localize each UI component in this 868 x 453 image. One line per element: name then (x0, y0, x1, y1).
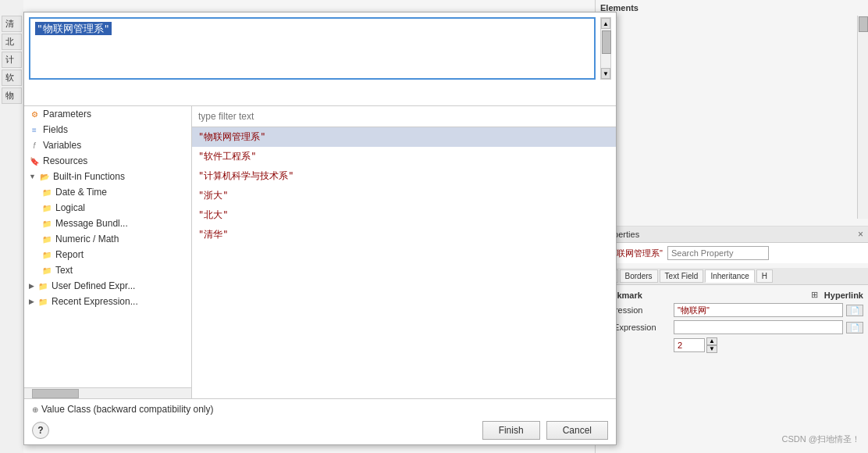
scrollbar-track (601, 29, 610, 68)
properties-content: Bookmark ⊞ Hyperlink Expression 📄 vel Ex… (596, 285, 868, 361)
expression-highlighted-text: "物联网管理系" (35, 22, 112, 35)
tab-borders[interactable]: Borders (620, 269, 658, 283)
cancel-button[interactable]: Cancel (546, 421, 608, 440)
list-item-1[interactable]: "软件工程系" (192, 147, 616, 166)
tab-text-field[interactable]: Text Field (660, 269, 704, 283)
tree-item-variables-label: Variables (43, 140, 81, 151)
value-class-expand-icon[interactable]: ⊕ (32, 405, 38, 414)
properties-tabs: ce Borders Text Field Inheritance H (596, 268, 868, 285)
vel-spinner-up[interactable]: ▲ (706, 337, 717, 345)
tree-item-text[interactable]: 📁 Text (37, 262, 191, 278)
left-label-4: 软 (2, 70, 22, 86)
folder-icon-report: 📁 (41, 249, 52, 260)
prop-vel-row: vel ▲ ▼ (600, 337, 863, 353)
value-class-label: Value Class (backward compatibility only… (41, 404, 214, 415)
elements-list: ber es ate e (600, 16, 863, 64)
tree-scroll-area: ⚙ Parameters ≡ Fields f Variables 🔖 Reso… (24, 106, 191, 387)
tree-item-report[interactable]: 📁 Report (37, 247, 191, 262)
tree-item-resources[interactable]: 🔖 Resources (24, 153, 191, 169)
element-item-1: ber (600, 16, 863, 27)
main-dialog: "物联网管理系" ▲ ▼ ⚙ Parameters ≡ Fields (23, 12, 617, 445)
scrollbar-arrow-down[interactable]: ▼ (601, 68, 610, 79)
properties-close-button[interactable]: × (858, 229, 863, 240)
tree-item-user-defined-expr[interactable]: ▶ 📁 User Defined Expr... (24, 278, 191, 294)
tree-horizontal-scrollbar[interactable] (24, 387, 191, 398)
vel-input[interactable] (674, 338, 705, 352)
expression-field-button[interactable]: 📄 (846, 305, 863, 316)
tree-item-text-label: Text (55, 265, 73, 276)
resources-icon: 🔖 (29, 155, 40, 166)
tab-h[interactable]: H (756, 269, 773, 283)
vars-icon: f (29, 140, 40, 151)
tree-item-built-in-functions[interactable]: ▼ 📂 Built-in Functions (24, 169, 191, 184)
left-label-3: 计 (2, 52, 22, 68)
expression-editor: "物联网管理系" ▲ ▼ (24, 12, 616, 106)
folder-icon-recent: 📁 (37, 296, 48, 307)
tree-item-numeric-math[interactable]: 📁 Numeric / Math (37, 231, 191, 247)
value-class-row: ⊕ Value Class (backward compatibility on… (32, 404, 608, 415)
folder-icon-numeric-math: 📁 (41, 234, 52, 244)
params-icon: ⚙ (29, 109, 40, 119)
elements-title: Elements (600, 3, 863, 12)
folder-icon-text: 📁 (41, 265, 52, 276)
list-item-4[interactable]: "北大" (192, 205, 616, 225)
tree-item-report-label: Report (55, 249, 84, 260)
level-expression-button[interactable]: 📄 (846, 322, 863, 334)
list-item-5[interactable]: "清华" (192, 225, 616, 244)
tree-item-logical[interactable]: 📁 Logical (37, 200, 191, 216)
expand-arrow-recent: ▶ (29, 298, 34, 305)
vel-spinner[interactable]: ▲ ▼ (706, 337, 717, 353)
tree-item-fields[interactable]: ≡ Fields (24, 122, 191, 137)
tree-item-parameters-label: Parameters (43, 109, 91, 119)
tree-item-message-bundle[interactable]: 📁 Message Bundl... (37, 216, 191, 231)
csdn-watermark: CSDN @扫地情圣！ (782, 433, 860, 445)
list-item-3[interactable]: "浙大" (192, 186, 616, 205)
search-property-input[interactable] (667, 246, 769, 260)
tree-item-logical-label: Logical (55, 202, 85, 213)
list-item-2[interactable]: "计算机科学与技术系" (192, 166, 616, 186)
folder-icon-user-defined: 📁 (37, 280, 48, 291)
list-panel: "物联网管理系" "软件工程系" "计算机科学与技术系" "浙大" "北大" "… (192, 106, 616, 398)
fields-icon: ≡ (29, 124, 40, 135)
expression-display[interactable]: "物联网管理系" (29, 17, 596, 80)
help-button[interactable]: ? (32, 422, 49, 439)
tree-item-parameters[interactable]: ⚙ Parameters (24, 106, 191, 122)
expand-arrow-user-defined: ▶ (29, 282, 34, 290)
filter-input-row (192, 106, 616, 127)
elements-scrollbar[interactable] (857, 16, 868, 219)
elements-scrollbar-thumb[interactable] (859, 16, 868, 32)
expand-arrow-built-in: ▼ (29, 173, 36, 180)
scrollbar-arrow-up[interactable]: ▲ (601, 18, 610, 29)
filter-input[interactable] (197, 109, 611, 123)
tree-scrollbar-thumb[interactable] (32, 389, 79, 398)
middle-area: ⚙ Parameters ≡ Fields f Variables 🔖 Reso… (24, 106, 616, 398)
tree-item-fields-label: Fields (43, 124, 68, 135)
vel-spinner-down[interactable]: ▼ (706, 345, 717, 353)
element-item-3: ate (600, 41, 863, 52)
left-label-1: 清 (2, 16, 22, 32)
element-item-2: es (600, 28, 863, 39)
ide-left-labels: 清 北 计 软 物 (0, 0, 23, 453)
tree-item-recent-label: Recent Expression... (52, 296, 138, 307)
prop-level-expression-row: vel Expression 📄 (600, 320, 863, 334)
bottom-area: ⊕ Value Class (backward compatibility on… (24, 398, 616, 444)
tree-item-recent-expression[interactable]: ▶ 📁 Recent Expression... (24, 294, 191, 309)
prop-expression-field-row: Expression 📄 (600, 303, 863, 317)
finish-button[interactable]: Finish (482, 421, 540, 440)
list-items: "物联网管理系" "软件工程系" "计算机科学与技术系" "浙大" "北大" "… (192, 127, 616, 398)
button-row: ? Finish Cancel (32, 418, 608, 440)
properties-panel: Elements ber es ate e Properties × : "物联… (595, 0, 868, 453)
hyperlink-label: Hyperlink (824, 291, 863, 300)
list-item-0[interactable]: "物联网管理系" (192, 127, 616, 147)
tab-inheritance[interactable]: Inheritance (705, 269, 754, 283)
level-expression-input[interactable] (674, 320, 843, 334)
scrollbar-handle[interactable] (602, 30, 611, 54)
tree-item-message-bundle-label: Message Bundl... (55, 218, 128, 229)
tree-item-variables[interactable]: f Variables (24, 137, 191, 153)
tree-item-date-time[interactable]: 📁 Date & Time (37, 184, 191, 200)
tree-item-resources-label: Resources (43, 155, 87, 166)
tree-panel: ⚙ Parameters ≡ Fields f Variables 🔖 Reso… (24, 106, 192, 398)
expr-editor-scrollbar[interactable]: ▲ ▼ (600, 17, 611, 80)
properties-header: Properties × (596, 226, 868, 243)
expression-field-input[interactable] (674, 303, 843, 317)
